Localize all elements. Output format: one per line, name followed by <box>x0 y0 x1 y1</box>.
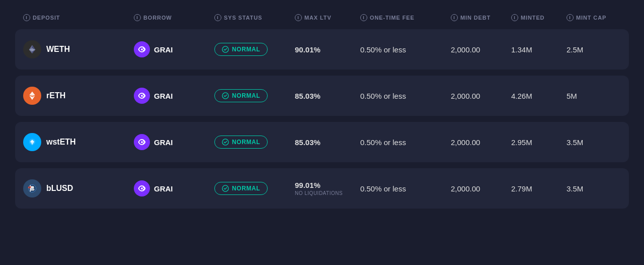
mint-cap-cell-wsteth: 3.5M <box>567 138 622 147</box>
mint-cap-info-icon[interactable]: i <box>567 14 574 21</box>
min-debt-cell-reth: 2,000.00 <box>451 92 511 100</box>
svg-point-9 <box>29 187 30 188</box>
ltv-cell-blusd: 99.01% NO LIQUIDATIONS <box>295 181 360 196</box>
ltv-cell-wsteth: 85.03% <box>295 138 360 147</box>
minted-cell-weth: 1.34M <box>511 45 567 54</box>
mint-cap-cell-weth: 2.5M <box>567 45 622 54</box>
grai-asset-name-weth: GRAI <box>154 45 173 54</box>
status-cell-blusd: NORMAL <box>214 182 295 195</box>
max-ltv-info-icon[interactable]: i <box>295 14 302 21</box>
deposit-cell-blusd: bLUSD <box>23 179 134 197</box>
grai-icon-wsteth <box>134 134 150 150</box>
borrow-cell-reth: GRAI <box>134 88 214 104</box>
fee-cell-weth: 0.50% or less <box>360 45 451 54</box>
table-row[interactable]: rETH GRAI NORMAL 85.03% 0.50% or less 2,… <box>15 76 629 116</box>
one-time-fee-info-icon[interactable]: i <box>360 14 367 21</box>
table-row[interactable]: wstETH GRAI NORMAL 85.03% 0.50% or less … <box>15 122 629 162</box>
borrow-info-icon[interactable]: i <box>134 14 141 21</box>
table-row[interactable]: bLUSD GRAI NORMAL 99.01% NO LIQUIDATIONS <box>15 168 629 209</box>
col-minted: i MINTED <box>511 14 567 21</box>
minted-cell-wsteth: 2.95M <box>511 138 567 147</box>
mint-cap-cell-reth: 5M <box>567 92 622 100</box>
svg-point-10 <box>141 187 143 189</box>
status-cell-wsteth: NORMAL <box>214 136 295 149</box>
grai-asset-name-wsteth: GRAI <box>154 138 173 147</box>
wsteth-asset-name: wstETH <box>46 138 76 147</box>
grai-icon-reth <box>134 88 150 104</box>
minted-info-icon[interactable]: i <box>511 14 518 21</box>
svg-point-2 <box>141 95 143 97</box>
status-badge-blusd: NORMAL <box>214 182 268 195</box>
svg-point-4 <box>141 141 143 143</box>
minted-cell-reth: 4.26M <box>511 92 567 100</box>
weth-icon <box>23 40 41 58</box>
min-debt-cell-wsteth: 2,000.00 <box>451 138 511 147</box>
deposit-cell-wsteth: wstETH <box>23 133 134 151</box>
col-min-debt: i MIN DEBT <box>451 14 511 21</box>
deposit-info-icon[interactable]: i <box>23 14 30 21</box>
status-cell-reth: NORMAL <box>214 89 295 102</box>
col-borrow: i BORROW <box>134 14 214 21</box>
deposit-cell-weth: WETH <box>23 40 134 58</box>
svg-point-0 <box>141 48 143 50</box>
minted-cell-blusd: 2.79M <box>511 184 567 193</box>
weth-asset-name: WETH <box>46 45 70 54</box>
blusd-asset-name: bLUSD <box>46 184 73 193</box>
borrow-cell-weth: GRAI <box>134 41 214 57</box>
col-max-ltv: i MAX LTV <box>295 14 360 21</box>
ltv-cell-weth: 90.01% <box>295 45 360 54</box>
grai-icon-weth <box>134 41 150 57</box>
reth-icon <box>23 87 41 105</box>
borrow-cell-wsteth: GRAI <box>134 134 214 150</box>
blusd-icon <box>23 179 41 197</box>
ltv-cell-reth: 85.03% <box>295 92 360 100</box>
status-badge-wsteth: NORMAL <box>214 136 268 149</box>
mint-cap-cell-blusd: 3.5M <box>567 184 622 193</box>
grai-icon-blusd <box>134 180 150 196</box>
col-one-time-fee: i ONE-TIME FEE <box>360 14 451 21</box>
col-deposit: i DEPOSIT <box>23 14 134 21</box>
grai-asset-name-blusd: GRAI <box>154 184 173 193</box>
table-row[interactable]: WETH GRAI NORMAL 90.01% 0.50% or less 2,… <box>15 29 629 70</box>
min-debt-cell-weth: 2,000.00 <box>451 45 511 54</box>
header-row: i DEPOSIT i BORROW i SYS STATUS i MAX LT… <box>15 10 629 25</box>
fee-cell-reth: 0.50% or less <box>360 92 451 100</box>
fee-cell-blusd: 0.50% or less <box>360 184 451 193</box>
svg-rect-7 <box>30 185 31 192</box>
wsteth-icon <box>23 133 41 151</box>
grai-asset-name-reth: GRAI <box>154 92 173 100</box>
status-badge-weth: NORMAL <box>214 43 268 56</box>
borrow-cell-blusd: GRAI <box>134 180 214 196</box>
sys-status-info-icon[interactable]: i <box>214 14 221 21</box>
min-debt-cell-blusd: 2,000.00 <box>451 184 511 193</box>
col-sys-status: i SYS STATUS <box>214 14 295 21</box>
min-debt-info-icon[interactable]: i <box>451 14 458 21</box>
deposit-cell-reth: rETH <box>23 87 134 105</box>
status-cell-weth: NORMAL <box>214 43 295 56</box>
reth-asset-name: rETH <box>46 91 65 100</box>
status-badge-reth: NORMAL <box>214 89 268 102</box>
fee-cell-wsteth: 0.50% or less <box>360 138 451 147</box>
col-mint-cap: i MINT CAP <box>567 14 622 21</box>
